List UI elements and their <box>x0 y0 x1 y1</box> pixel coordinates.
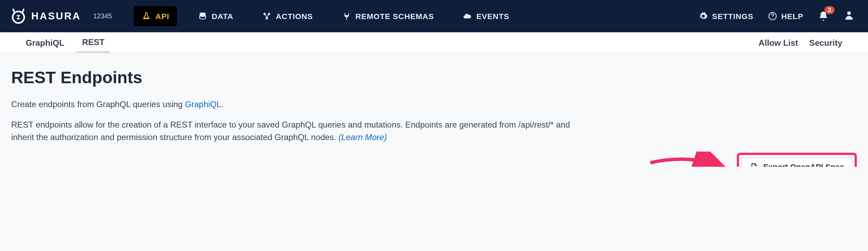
page-title: REST Endpoints <box>11 68 857 87</box>
nav-settings[interactable]: SETTINGS <box>699 12 753 21</box>
user-menu[interactable] <box>843 9 854 23</box>
plug-icon <box>342 12 351 21</box>
sub-tabs: GraphiQL REST Allow List Security <box>0 32 868 53</box>
version-label: 12345 <box>93 12 112 20</box>
nav-label: API <box>156 12 169 21</box>
nav-right: SETTINGS HELP 3 <box>699 9 854 23</box>
nav-label: SETTINGS <box>712 12 753 21</box>
svg-point-7 <box>847 11 851 15</box>
learn-more-link[interactable]: (Learn More) <box>339 132 387 141</box>
brand-logo[interactable]: HASURA <box>10 8 81 25</box>
nav-label: REMOTE SCHEMAS <box>355 12 434 21</box>
nav-data[interactable]: DATA <box>191 6 241 26</box>
nav-remote-schemas[interactable]: REMOTE SCHEMAS <box>334 6 442 26</box>
nav-label: HELP <box>781 12 803 21</box>
svg-point-6 <box>772 18 773 18</box>
nav-actions[interactable]: ACTIONS <box>254 6 321 26</box>
top-nav: HASURA 12345 API DATA ACTIONS REMOTE SCH… <box>0 0 868 32</box>
database-icon <box>198 12 207 21</box>
primary-nav: API DATA ACTIONS REMOTE SCHEMAS EVENTS <box>134 6 699 26</box>
tab-allow-list[interactable]: Allow List <box>753 38 804 47</box>
actions-icon <box>262 12 272 21</box>
user-icon <box>843 9 854 20</box>
nav-label: DATA <box>212 12 233 21</box>
notification-badge: 3 <box>824 6 834 14</box>
export-openapi-button[interactable]: Export OpenAPI Spec <box>742 157 852 167</box>
main-content: REST Endpoints Create endpoints from Gra… <box>0 53 868 166</box>
export-icon <box>750 162 759 166</box>
cloud-icon <box>463 12 472 21</box>
graphiql-link[interactable]: GraphiQL <box>185 99 222 109</box>
export-highlight-box: Export OpenAPI Spec <box>737 153 857 167</box>
nav-label: EVENTS <box>476 12 509 21</box>
tab-rest[interactable]: REST <box>77 32 110 53</box>
page-description-2: REST endpoints allow for the creation of… <box>11 119 581 144</box>
export-row: Export OpenAPI Spec <box>11 151 857 166</box>
svg-point-4 <box>266 17 268 19</box>
gear-icon <box>699 12 708 21</box>
notifications-button[interactable]: 3 <box>818 11 829 22</box>
brand-name: HASURA <box>31 10 81 22</box>
hasura-logo-icon <box>10 8 27 25</box>
callout-arrow <box>648 151 726 166</box>
nav-label: ACTIONS <box>276 12 313 21</box>
nav-events[interactable]: EVENTS <box>455 6 517 26</box>
tab-security[interactable]: Security <box>804 38 848 47</box>
nav-api[interactable]: API <box>134 6 177 26</box>
export-label: Export OpenAPI Spec <box>763 162 844 166</box>
page-description-1: Create endpoints from GraphQL queries us… <box>11 98 581 111</box>
help-icon <box>768 12 777 21</box>
tab-graphiql[interactable]: GraphiQL <box>20 32 70 53</box>
flask-icon <box>142 12 151 21</box>
nav-help[interactable]: HELP <box>768 12 803 21</box>
